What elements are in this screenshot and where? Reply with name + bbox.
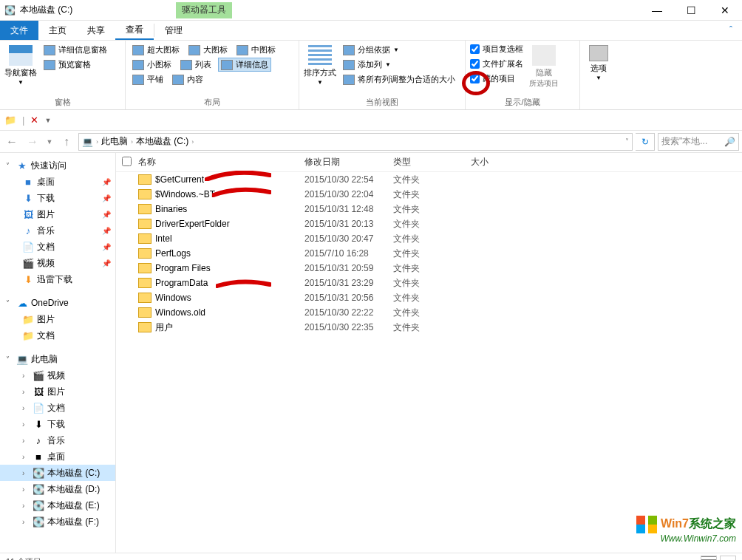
file-row[interactable]: Intel2015/10/30 20:47文件夹 [116,231,742,246]
nav-pane-button[interactable]: 导航窗格 ▼ [4,44,37,86]
nav-music[interactable]: ♪音乐📌 [0,222,115,239]
item-checkboxes-toggle[interactable]: 项目复选框 [470,44,523,55]
add-columns-button[interactable]: 添加列▼ [341,58,457,71]
file-row[interactable]: Windows2015/10/31 20:56文件夹 [116,290,742,305]
size-columns-button[interactable]: 将所有列调整为合适的大小 [341,73,457,86]
file-row[interactable]: Windows.old2015/10/30 22:22文件夹 [116,305,742,320]
file-row[interactable]: Binaries2015/10/31 12:48文件夹 [116,202,742,216]
tab-home[interactable]: 主页 [38,21,77,40]
ribbon-tabs: 文件 主页 共享 查看 管理 ˆ [0,21,742,40]
view-content[interactable]: 内容 [170,73,205,86]
detail-pane-button[interactable]: 详细信息窗格 [41,44,109,56]
file-type: 文件夹 [393,292,471,304]
nav-drive-f[interactable]: ›💽本地磁盘 (F:) [0,513,115,530]
contextual-tool-tab[interactable]: 驱动器工具 [176,2,232,18]
file-row[interactable]: DriverExpertFolder2015/10/31 20:13文件夹 [116,216,742,231]
nav-quick-access[interactable]: ˅★快速访问 [0,157,115,174]
tab-manage[interactable]: 管理 [154,21,193,40]
nav-this-pc[interactable]: ˅💻此电脑 [0,351,115,367]
nav-pictures[interactable]: 🖼图片📌 [0,206,115,222]
file-name: $Windows.~BT [155,189,304,199]
tab-view[interactable]: 查看 [115,21,154,40]
preview-pane-button[interactable]: 预览窗格 [41,58,109,71]
file-row[interactable]: 用户2015/10/30 22:35文件夹 [116,320,742,335]
search-icon: 🔎 [724,137,735,147]
file-row[interactable]: PerfLogs2015/7/10 16:28文件夹 [116,246,742,261]
address-bar[interactable]: 💻 › 此电脑 › 本地磁盘 (C:) › ˅ [78,133,633,151]
view-list[interactable]: 列表 [178,58,214,72]
nav-od-docs[interactable]: 📁文档 [0,327,115,344]
file-type: 文件夹 [393,321,471,334]
file-ext-toggle[interactable]: 文件扩展名 [470,58,523,69]
hidden-items-toggle[interactable]: 藏的项目 [470,73,523,84]
maximize-button[interactable]: ☐ [674,0,708,20]
recent-dropdown[interactable]: ▼ [44,133,55,151]
delete-icon[interactable]: ✕ [30,115,38,126]
file-type: 文件夹 [393,247,471,260]
file-name: $GetCurrent [155,174,304,185]
minimize-button[interactable]: — [640,0,674,20]
view-large[interactable]: 大图标 [186,44,230,56]
file-name: PerfLogs [155,248,304,259]
nav-videos[interactable]: 🎬视频📌 [0,255,115,271]
nav-pc-docs[interactable]: ›📄文档 [0,400,115,416]
nav-pc-pictures[interactable]: ›🖼图片 [0,383,115,400]
nav-documents[interactable]: 📄文档📌 [0,239,115,255]
view-details[interactable]: 详细信息 [218,58,271,72]
nav-pc-downloads[interactable]: ›⬇下载 [0,416,115,432]
group-by-button[interactable]: 分组依据▼ [341,44,457,56]
nav-pc-desktop[interactable]: ›■桌面 [0,448,115,465]
folder-icon [138,219,152,229]
file-row[interactable]: Program Files2015/10/31 20:59文件夹 [116,261,742,276]
file-name: Program Files [155,263,304,273]
select-all-checkbox[interactable] [122,157,132,166]
tab-file[interactable]: 文件 [0,21,38,40]
nav-desktop[interactable]: ■桌面📌 [0,174,115,190]
details-view-button[interactable] [701,556,717,561]
nav-drive-e[interactable]: ›💽本地磁盘 (E:) [0,497,115,513]
options-button[interactable]: 选项 ▼ [585,44,613,81]
nav-onedrive[interactable]: ˅☁OneDrive [0,295,115,311]
nav-tree[interactable]: ˅★快速访问 ■桌面📌 ⬇下载📌 🖼图片📌 ♪音乐📌 📄文档📌 🎬视频📌 ⬇迅雷… [0,153,116,553]
nav-od-pictures[interactable]: 📁图片 [0,311,115,327]
view-tiles[interactable]: 平铺 [130,73,166,86]
up-button[interactable]: ↑ [58,133,75,151]
addr-dropdown-icon[interactable]: ˅ [625,137,629,146]
nav-xunlei[interactable]: ⬇迅雷下载 [0,271,115,287]
nav-drive-d[interactable]: ›💽本地磁盘 (D:) [0,481,115,497]
back-button[interactable]: ← [3,133,21,151]
qat-dropdown[interactable]: ▼ [44,117,51,124]
col-date[interactable]: 修改日期 [304,156,393,168]
column-headers[interactable]: 名称 修改日期 类型 大小 [116,153,742,172]
file-row[interactable]: $GetCurrent2015/10/30 22:54文件夹 [116,172,742,187]
sort-by-button[interactable]: 排序方式 ▼ [304,44,336,86]
thumbnails-view-button[interactable] [720,556,736,561]
folder-icon: 📁 [4,115,16,126]
view-extra-large[interactable]: 超大图标 [130,44,182,56]
col-size[interactable]: 大小 [471,156,530,168]
refresh-button[interactable]: ↻ [636,133,655,151]
nav-pc-videos[interactable]: ›🎬视频 [0,367,115,383]
nav-drive-c[interactable]: ›💽本地磁盘 (C:) [0,465,115,481]
breadcrumb-this-pc[interactable]: 此电脑 [101,135,128,148]
file-type: 文件夹 [393,218,471,231]
view-small[interactable]: 小图标 [130,58,174,72]
hide-selected-button[interactable]: 隐藏 所选项目 [528,44,560,87]
file-name: ProgramData [155,278,304,288]
view-medium[interactable]: 中图标 [234,44,278,56]
file-row[interactable]: ProgramData2015/10/31 23:29文件夹 [116,276,742,290]
tab-share[interactable]: 共享 [77,21,115,40]
forward-button[interactable]: → [24,133,41,151]
window-title: 本地磁盘 (C:) [20,4,72,16]
breadcrumb-drive[interactable]: 本地磁盘 (C:) [136,135,188,148]
nav-downloads[interactable]: ⬇下载📌 [0,190,115,206]
help-expand-button[interactable]: ˆ [720,21,742,40]
search-box[interactable]: 搜索"本地... 🔎 [658,133,739,151]
nav-pc-music[interactable]: ›♪音乐 [0,432,115,448]
file-date: 2015/10/30 22:35 [304,322,393,332]
close-button[interactable]: ✕ [708,0,742,20]
pc-icon: 💻 [82,137,93,147]
file-row[interactable]: $Windows.~BT2015/10/30 22:04文件夹 [116,187,742,202]
col-name[interactable]: 名称 [138,156,304,168]
col-type[interactable]: 类型 [393,156,471,168]
